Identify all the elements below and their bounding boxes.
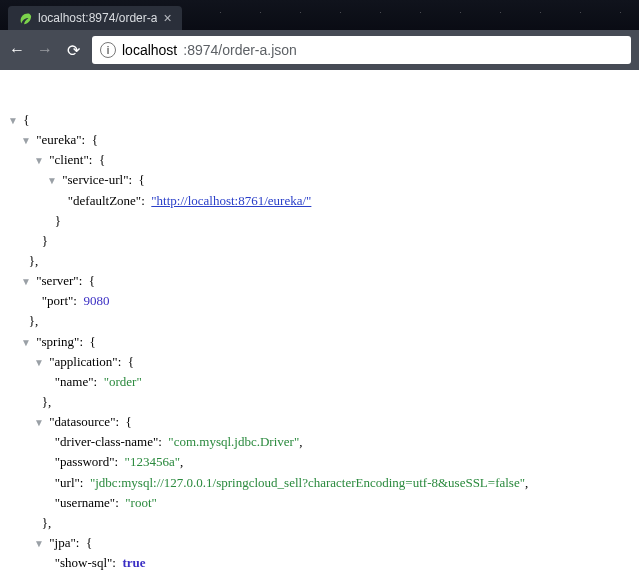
toggle-icon[interactable]	[45, 173, 59, 189]
json-key: "name"	[55, 374, 94, 389]
info-icon[interactable]: i	[100, 42, 116, 58]
leaf-icon	[18, 11, 32, 25]
json-link-value[interactable]: "http://localhost:8761/eureka/"	[151, 193, 311, 208]
json-key: "datasource"	[49, 414, 115, 429]
json-key: "defaultZone"	[68, 193, 141, 208]
address-bar[interactable]: i localhost:8974/order-a.json	[92, 36, 631, 64]
json-key: "driver-class-name"	[55, 434, 158, 449]
json-key: "server"	[36, 273, 78, 288]
close-icon[interactable]: ×	[163, 10, 171, 26]
json-key: "jpa"	[49, 535, 76, 550]
toggle-icon[interactable]	[19, 133, 33, 149]
forward-button[interactable]: →	[36, 41, 54, 59]
json-string-value: "com.mysql.jdbc.Driver"	[168, 434, 299, 449]
json-key: "show-sql"	[55, 555, 113, 570]
json-key: "password"	[55, 454, 115, 469]
json-bool-value: true	[122, 555, 145, 570]
reload-button[interactable]: ⟳	[64, 41, 82, 60]
json-string-value: "123456a"	[125, 454, 180, 469]
json-key: "client"	[49, 152, 89, 167]
json-key: "spring"	[36, 334, 79, 349]
json-key: "application"	[49, 354, 117, 369]
toggle-icon[interactable]	[19, 274, 33, 290]
json-string-value: "jdbc:mysql://127.0.0.1/springcloud_sell…	[90, 475, 525, 490]
tab-strip: localhost:8974/order-a ×	[0, 0, 639, 30]
json-viewer: { "eureka": { "client": { "service-url":…	[0, 70, 639, 571]
json-key: "username"	[55, 495, 115, 510]
toggle-icon[interactable]	[6, 113, 20, 129]
json-string-value: "order"	[104, 374, 142, 389]
toggle-icon[interactable]	[32, 153, 46, 169]
json-number-value: 9080	[83, 293, 109, 308]
tab-title: localhost:8974/order-a	[38, 11, 157, 25]
browser-toolbar: ← → ⟳ i localhost:8974/order-a.json	[0, 30, 639, 70]
toggle-icon[interactable]	[32, 536, 46, 552]
json-key: "service-url"	[62, 172, 128, 187]
toggle-icon[interactable]	[32, 415, 46, 431]
toggle-icon[interactable]	[19, 335, 33, 351]
json-key: "eureka"	[36, 132, 81, 147]
url-path: :8974/order-a.json	[183, 42, 297, 58]
browser-tab[interactable]: localhost:8974/order-a ×	[8, 6, 182, 30]
back-button[interactable]: ←	[8, 41, 26, 59]
url-host: localhost	[122, 42, 177, 58]
json-key: "url"	[55, 475, 80, 490]
toggle-icon[interactable]	[32, 355, 46, 371]
json-key: "port"	[42, 293, 74, 308]
json-string-value: "root"	[125, 495, 157, 510]
